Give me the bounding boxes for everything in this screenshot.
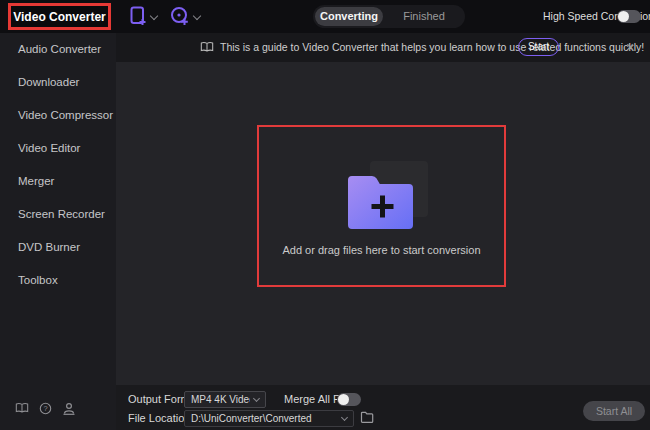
disc-plus-icon — [170, 6, 190, 27]
sidebar-footer: ? — [0, 402, 116, 420]
chevron-down-icon — [193, 12, 201, 20]
guide-start-button[interactable]: Start — [518, 38, 559, 56]
tutorial-book-icon[interactable] — [15, 402, 29, 414]
sidebar: Audio Converter Downloader Video Compres… — [0, 33, 116, 430]
drop-hint-text: Add or drag files here to start conversi… — [257, 244, 506, 256]
sidebar-item-audio-converter[interactable]: Audio Converter — [0, 33, 116, 66]
browse-folder-button[interactable] — [360, 411, 374, 423]
tab-converting[interactable]: Converting — [315, 7, 383, 26]
guide-banner-text: This is a guide to Video Converter that … — [220, 33, 644, 62]
sidebar-item-video-compressor[interactable]: Video Compressor — [0, 99, 116, 132]
account-icon[interactable] — [62, 402, 76, 415]
file-location-value: D:\UniConverter\Converted — [191, 413, 338, 424]
sidebar-item-video-converter[interactable]: Video Converter — [13, 10, 105, 24]
add-files-folder-icon[interactable] — [334, 158, 430, 232]
annotation-box-video-converter: Video Converter — [8, 3, 111, 30]
close-icon[interactable]: × — [618, 33, 642, 62]
sidebar-item-screen-recorder[interactable]: Screen Recorder — [0, 198, 116, 231]
topbar: Video Converter Converting — [0, 0, 650, 33]
sidebar-item-downloader[interactable]: Downloader — [0, 66, 116, 99]
app-window: Video Converter Converting — [0, 0, 650, 430]
tab-finished[interactable]: Finished — [383, 7, 465, 26]
start-all-button[interactable]: Start All — [583, 401, 645, 421]
sidebar-item-merger[interactable]: Merger — [0, 165, 116, 198]
help-circle-icon[interactable]: ? — [39, 402, 52, 415]
sidebar-item-toolbox[interactable]: Toolbox — [0, 264, 116, 297]
merge-all-files-toggle[interactable] — [337, 393, 361, 406]
sidebar-item-dvd-burner[interactable]: DVD Burner — [0, 231, 116, 264]
bottom-bar: Output Format: MP4 4K Video Cu... Merge … — [116, 385, 650, 430]
chevron-down-icon — [341, 414, 348, 421]
svg-text:?: ? — [43, 404, 47, 413]
main-drop-area: Add or drag files here to start conversi… — [116, 62, 650, 385]
open-book-icon — [200, 41, 214, 53]
converting-finished-tabs: Converting Finished — [313, 5, 465, 28]
high-speed-conversion-toggle[interactable] — [617, 10, 641, 23]
output-format-value: MP4 4K Video Cu... — [191, 394, 250, 405]
guide-banner: This is a guide to Video Converter that … — [116, 33, 650, 62]
file-plus-icon — [130, 6, 147, 27]
chevron-down-icon — [150, 12, 158, 20]
file-location-select[interactable]: D:\UniConverter\Converted — [184, 410, 354, 427]
output-format-select[interactable]: MP4 4K Video Cu... — [184, 391, 266, 408]
load-dvd-button[interactable] — [170, 6, 200, 27]
add-files-button[interactable] — [130, 6, 157, 27]
sidebar-item-video-editor[interactable]: Video Editor — [0, 132, 116, 165]
chevron-down-icon — [253, 395, 260, 402]
